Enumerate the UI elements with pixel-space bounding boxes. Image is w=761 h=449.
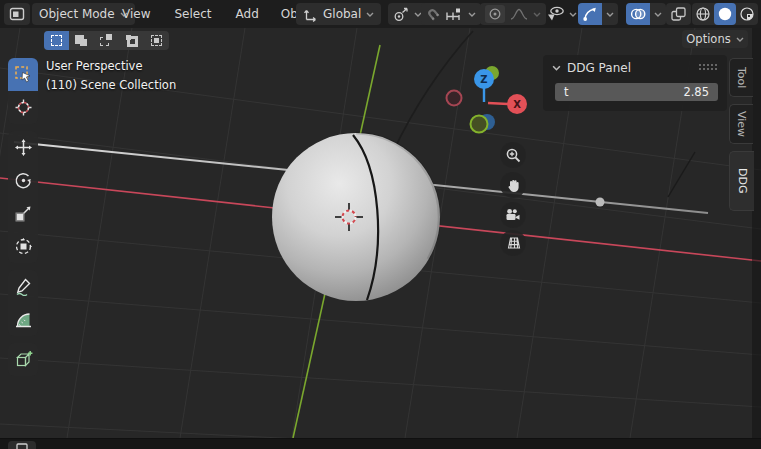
navigation-gizmo[interactable]: Z X: [447, 66, 528, 133]
ddg-panel: DDG Panel t 2.85: [543, 55, 727, 111]
mode-label: Object Mode: [39, 7, 115, 21]
rotate-icon: [14, 171, 33, 190]
camera-view-button[interactable]: [500, 202, 526, 228]
zoom-view-button[interactable]: [500, 142, 526, 168]
scene-collection-label: (110) Scene Collection: [46, 76, 176, 95]
xray-icon: [670, 6, 687, 22]
chevron-down-icon: [606, 12, 614, 17]
transform-orientation-dropdown[interactable]: Global: [296, 3, 381, 25]
scale-icon: [14, 204, 33, 223]
overlays-dropdown[interactable]: [650, 3, 666, 25]
gizmos-dropdown[interactable]: [602, 3, 618, 25]
editor-3d-viewport-icon: [9, 7, 25, 21]
wireframe-icon: [695, 6, 711, 22]
t-field-value: 2.85: [683, 85, 709, 99]
snapping-cluster: [421, 3, 481, 25]
menu-select[interactable]: Select: [166, 3, 219, 25]
select-extend-icon: [75, 34, 88, 47]
select-invert-icon: [126, 35, 138, 47]
gizmo-neg-y-ball[interactable]: [471, 116, 488, 133]
transform-tool[interactable]: [8, 230, 38, 263]
tab-view[interactable]: View: [729, 104, 753, 144]
add-cube-tool[interactable]: [8, 343, 38, 376]
chevron-down-icon: [654, 12, 662, 17]
falloff-curve-icon[interactable]: [510, 8, 528, 20]
timeline-header-bar: [0, 438, 761, 449]
panel-drag-handle-icon[interactable]: [699, 64, 719, 72]
sidebar-tabs: Tool View DDG: [729, 58, 754, 218]
view-info-overlay: User Perspective (110) Scene Collection: [46, 57, 176, 95]
select-box-tool[interactable]: [8, 58, 38, 91]
viewport-header: Object Mode View Select Add Object Globa…: [0, 0, 761, 28]
xray-toggle[interactable]: [666, 3, 691, 25]
move-icon: [14, 138, 33, 157]
add-cube-icon: [14, 350, 33, 369]
select-extend-button[interactable]: [69, 31, 94, 50]
options-dropdown[interactable]: Options: [682, 30, 748, 48]
material-preview-icon: [739, 6, 755, 22]
t-value-slider[interactable]: t 2.85: [555, 83, 718, 101]
select-mode-group: [44, 31, 169, 50]
t-field-label: t: [564, 85, 569, 99]
select-invert-button[interactable]: [119, 31, 144, 50]
transform-icon: [14, 237, 33, 256]
chevron-down-icon: [366, 12, 374, 17]
ddg-panel-header[interactable]: DDG Panel: [543, 55, 727, 81]
select-box-icon: [14, 65, 33, 84]
gizmo-x-label: X: [513, 99, 521, 110]
curve-back-arc: [393, 31, 473, 152]
shading-solid-button[interactable]: [714, 3, 736, 25]
proportional-edit-toggle[interactable]: [485, 5, 505, 23]
select-subtract-icon: [100, 34, 113, 47]
editor-type-button-bottom[interactable]: [8, 441, 36, 449]
gizmos-toggle-group: [578, 3, 618, 25]
orientation-axes-icon: [303, 7, 318, 22]
measure-icon: [14, 310, 33, 329]
shading-wireframe-button[interactable]: [692, 3, 714, 25]
scale-tool[interactable]: [8, 197, 38, 230]
object-visibility-dropdown[interactable]: [546, 6, 577, 22]
select-intersect-button[interactable]: [144, 31, 169, 50]
cursor-tool[interactable]: [8, 91, 38, 124]
zoom-icon: [506, 148, 521, 163]
rotate-tool[interactable]: [8, 164, 38, 197]
select-intersect-icon: [151, 35, 163, 47]
orientation-label: Global: [323, 7, 361, 21]
camera-icon: [505, 208, 521, 222]
view-perspective-label: User Perspective: [46, 57, 176, 76]
shading-material-button[interactable]: [736, 3, 758, 25]
rod-vertex-dot[interactable]: [596, 198, 605, 207]
proportional-edit-cluster: [480, 3, 546, 25]
hand-icon: [506, 178, 521, 193]
select-subtract-button[interactable]: [94, 31, 119, 50]
editor-icon: [16, 443, 28, 449]
snap-target-icon[interactable]: [445, 8, 463, 21]
select-set-icon: [51, 35, 62, 46]
select-set-button[interactable]: [44, 31, 69, 50]
tab-tool[interactable]: Tool: [729, 58, 753, 97]
options-label: Options: [686, 32, 730, 46]
menu-add[interactable]: Add: [228, 3, 267, 25]
gizmo-neg-x-ball[interactable]: [447, 91, 462, 106]
3d-viewport[interactable]: Z X Options: [0, 28, 761, 438]
measure-tool[interactable]: [8, 303, 38, 336]
show-overlays-toggle[interactable]: [626, 3, 650, 25]
editor-type-button[interactable]: [4, 3, 30, 25]
chevron-down-icon[interactable]: [468, 12, 476, 17]
panel-collapse-chevron-icon[interactable]: [552, 65, 561, 71]
tab-ddg[interactable]: DDG: [729, 151, 754, 210]
move-tool[interactable]: [8, 131, 38, 164]
snap-magnet-icon[interactable]: [423, 4, 443, 24]
chevron-down-icon[interactable]: [533, 12, 541, 17]
overlays-toggle-group: [626, 3, 666, 25]
3d-cursor-icon: [14, 98, 33, 117]
overlays-icon: [630, 6, 646, 22]
pan-view-button[interactable]: [500, 172, 526, 198]
menu-view[interactable]: View: [114, 3, 158, 25]
chevron-down-icon: [569, 12, 577, 17]
annotate-tool[interactable]: [8, 270, 38, 303]
show-gizmos-toggle[interactable]: [578, 3, 602, 25]
gizmo-z-label: Z: [480, 74, 487, 85]
grid-plane-icon: [505, 236, 521, 250]
toggle-ortho-button[interactable]: [500, 230, 526, 256]
